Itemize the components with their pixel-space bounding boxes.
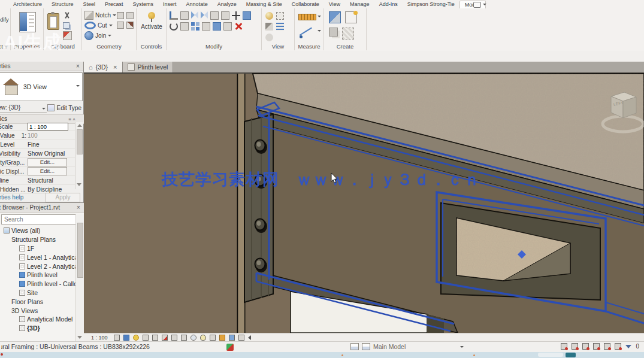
unpin-icon[interactable]	[223, 22, 232, 31]
default-3d-view-icon[interactable]	[265, 12, 273, 20]
sun-settings-icon[interactable]	[133, 335, 139, 341]
browser-tree-item[interactable]: Site	[0, 289, 75, 298]
view-tab-plinth-level[interactable]: Plinth level	[123, 62, 174, 72]
select-by-face-icon[interactable]	[593, 343, 600, 350]
properties-help-link[interactable]: Properties help	[0, 194, 36, 201]
graphic-display-edit-button[interactable]: Edit...	[28, 167, 67, 175]
ribbon-tab[interactable]: Manage	[345, 1, 374, 8]
copy-icon[interactable]	[243, 11, 251, 20]
match-type-icon[interactable]	[63, 31, 72, 40]
background-processes-icon[interactable]	[615, 343, 621, 350]
render-in-cloud-icon[interactable]	[265, 34, 273, 41]
ribbon-tab[interactable]: Steel	[78, 1, 101, 8]
param-row-detail-level[interactable]: Detail Level Fine	[0, 140, 75, 149]
view-scale-input[interactable]	[28, 123, 68, 131]
rotate-icon[interactable]	[170, 22, 178, 31]
align-icon[interactable]	[170, 11, 178, 20]
browser-tree-item[interactable]: Level 2 - Analytical	[0, 262, 75, 271]
3d-viewport[interactable]: LEFT 技艺学习素材网 ｗｗｗ．ｊｙ３ｄ．ｃｎ	[84, 72, 644, 333]
select-links-icon[interactable]	[561, 343, 567, 350]
ribbon-tab[interactable]: Annotate	[182, 1, 213, 8]
split-icon[interactable]	[210, 11, 219, 20]
measure-angle-icon[interactable]	[300, 28, 313, 37]
paint-icon[interactable]	[117, 22, 124, 29]
more-tools-chevron[interactable]	[248, 335, 251, 340]
constraints-icon[interactable]	[238, 335, 244, 341]
join-geometry-tool[interactable]: Join	[82, 31, 136, 41]
ribbon-tab[interactable]: Structure	[47, 1, 78, 8]
browser-search-input[interactable]	[1, 214, 81, 224]
ribbon-tab[interactable]: Architecture	[8, 1, 47, 8]
shadows-icon[interactable]	[143, 335, 149, 341]
worksets-icon[interactable]	[226, 344, 234, 351]
ribbon-tab[interactable]: Simpson Strong-Tie	[403, 1, 459, 8]
browser-tree-item[interactable]: {3D}	[0, 324, 75, 333]
filter-icon[interactable]	[625, 345, 631, 348]
visual-style-icon[interactable]	[123, 335, 129, 341]
create-assembly-icon[interactable]	[345, 11, 357, 23]
view-tab-3d[interactable]: ⌂ {3D} ×	[84, 62, 123, 72]
panel-label-select[interactable]: Select ▾	[0, 43, 10, 50]
measure-ruler-icon[interactable]	[298, 14, 316, 20]
browser-tree-item[interactable]: Level 1 - Analytical	[0, 253, 75, 262]
mirror-pick-icon[interactable]	[201, 11, 208, 19]
ribbon-display-toggle[interactable]	[473, 1, 489, 8]
ribbon-tab[interactable]: Insert	[158, 1, 182, 8]
scroll-up-icon[interactable]	[77, 124, 82, 127]
chevron-down-icon[interactable]	[460, 346, 464, 348]
ribbon-tab[interactable]: View	[324, 1, 345, 8]
properties-button[interactable]	[19, 12, 36, 32]
create-similar-icon[interactable]	[342, 28, 354, 40]
close-icon[interactable]: ×	[74, 62, 81, 70]
browser-tree-item[interactable]: 1F	[0, 244, 75, 253]
close-tab-icon[interactable]: ×	[113, 63, 117, 71]
select-pinned-icon[interactable]	[582, 343, 589, 350]
pin-icon[interactable]	[213, 22, 221, 31]
project-browser-header[interactable]: Project Browser - Project1.rvt ×	[0, 203, 84, 213]
scroll-down-icon[interactable]	[77, 336, 82, 339]
mirror-axis-icon[interactable]	[191, 11, 198, 19]
type-selector[interactable]: 3D View	[0, 72, 83, 101]
drag-on-selection-icon[interactable]	[604, 343, 610, 350]
copy-to-clipboard-icon[interactable]	[63, 22, 69, 29]
active-workset-control[interactable]: Main Model	[350, 343, 406, 350]
browser-tree-item[interactable]: Plinth level - Callout 1	[0, 280, 75, 289]
param-row-parts-visibility[interactable]: Parts Visibility Show Original	[0, 149, 75, 158]
properties-header[interactable]: Properties ×	[0, 62, 83, 71]
offset-icon[interactable]	[180, 11, 189, 20]
ribbon-tab[interactable]: Massing & Site	[241, 1, 287, 8]
render-gallery-icon[interactable]	[276, 23, 284, 31]
array-icon[interactable]	[191, 22, 199, 31]
scale-icon[interactable]	[202, 22, 210, 31]
ribbon-tab[interactable]: Analyze	[213, 1, 241, 8]
trim-extend-icon[interactable]	[221, 11, 229, 20]
sun-path-icon[interactable]	[152, 335, 158, 341]
demolish-hammer-icon[interactable]	[126, 22, 134, 29]
render-icon[interactable]	[265, 23, 273, 31]
ribbon-tab[interactable]: Collaborate	[287, 1, 324, 8]
modify-arrow-button[interactable]: Modify	[0, 17, 11, 23]
cope-icon[interactable]	[117, 12, 124, 19]
apply-button[interactable]: Apply	[46, 193, 80, 202]
create-parts-icon[interactable]	[329, 11, 341, 23]
temporary-view-properties-icon[interactable]	[219, 335, 225, 341]
unlocked-view-icon[interactable]	[181, 335, 187, 341]
ribbon-tab[interactable]: Add-Ins	[374, 1, 403, 8]
browser-scrollbar[interactable]	[75, 214, 84, 342]
timeline-playhead[interactable]	[566, 353, 576, 357]
move-icon[interactable]	[232, 11, 240, 20]
browser-tree-item[interactable]: Views (all)	[0, 226, 75, 235]
instance-selector[interactable]: 3D View: {3D}	[0, 104, 47, 113]
create-group-icon[interactable]	[329, 28, 338, 37]
temporary-isolate-icon[interactable]	[191, 335, 196, 341]
scale-button[interactable]: 1 : 100	[89, 334, 110, 341]
worksharing-display-icon[interactable]	[210, 335, 216, 341]
ribbon-tab[interactable]: Systems	[128, 1, 159, 8]
scroll-down-icon[interactable]	[77, 183, 81, 186]
delete-icon[interactable]	[234, 22, 243, 31]
scrollbar-thumb[interactable]	[77, 129, 83, 154]
trim-corner-icon[interactable]	[180, 22, 189, 31]
properties-scrollbar[interactable]	[75, 122, 83, 189]
visibility-graphics-edit-button[interactable]: Edit...	[28, 158, 67, 166]
browser-tree-item[interactable]: Structural Plans	[0, 235, 75, 244]
